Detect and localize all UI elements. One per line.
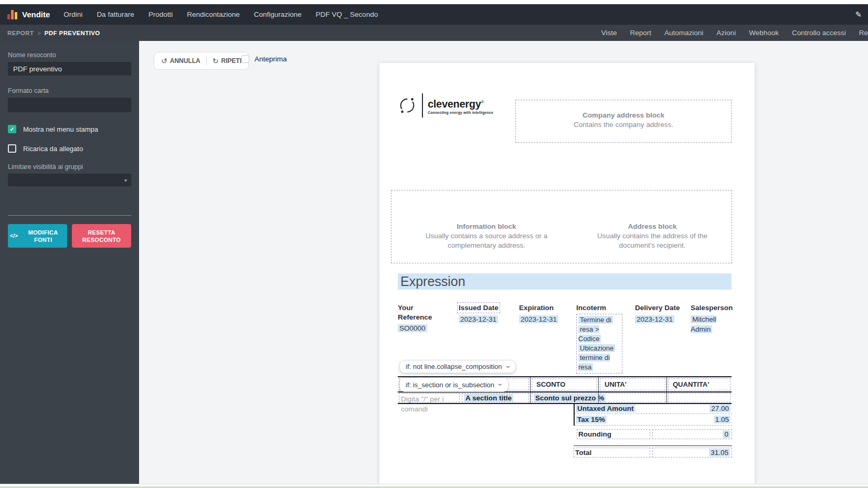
pencil-icon[interactable]: ✎ <box>855 10 862 19</box>
table-row: Digita "/" per i comandi A section title… <box>398 392 732 404</box>
cell-section-title[interactable]: A section title <box>461 392 530 403</box>
totals-table: Untaxed Amount 27.00 Tax 15% 1.05 Roundi… <box>574 403 732 459</box>
total-value: 1.05 <box>651 415 732 424</box>
cell-discount[interactable]: Sconto sul prezzo % <box>530 392 598 403</box>
incoterm-expression-box[interactable]: Termine di resa > Codice Ubicazione term… <box>576 314 622 374</box>
information-block[interactable]: Information block Usually contains a sou… <box>411 222 562 250</box>
incoterm-line: Ubicazione <box>578 344 620 353</box>
total-row-total[interactable]: Total 31.05 <box>574 445 732 459</box>
cell-quantity-empty[interactable] <box>666 392 732 403</box>
app-name[interactable]: Vendite <box>22 10 50 19</box>
preview-label: Anteprima <box>255 55 287 63</box>
paper-format-input[interactable] <box>8 98 131 112</box>
tab-azioni[interactable]: Azioni <box>716 29 736 37</box>
field-label: Incoterm <box>576 303 631 313</box>
field-value[interactable]: 2023-12-31 <box>635 314 690 324</box>
company-block-title: Company address block <box>516 111 731 120</box>
breadcrumb-root[interactable]: REPORT <box>7 30 34 36</box>
brand-tagline: Connecting energy with intelligence <box>428 111 493 114</box>
edit-sources-button[interactable]: </> MODIFICA FONTI <box>8 224 67 248</box>
show-in-print-menu-row: ✓ Mostra nel menu stampa <box>8 125 131 133</box>
tab-clipped[interactable]: Re <box>859 29 868 37</box>
company-logo[interactable]: clevenergy® Connecting energy with intel… <box>397 93 493 118</box>
reset-report-label: RESETTA RESOCONTO <box>74 229 129 243</box>
document-title-expression[interactable]: Expression <box>398 273 732 290</box>
chevron-down-icon: › <box>504 365 513 368</box>
info-address-block[interactable]: Information block Usually contains a sou… <box>391 190 732 263</box>
header-unita[interactable]: UNITA' <box>598 377 666 391</box>
show-in-print-menu-label: Mostra nel menu stampa <box>23 125 98 133</box>
sidebar-divider <box>8 215 131 216</box>
tab-report[interactable]: Report <box>630 29 652 37</box>
field-label: Expiration <box>519 303 574 313</box>
subnav: REPORT > PDF PREVENTIVO Viste Report Aut… <box>0 25 868 41</box>
nav-item-rendicontazione[interactable]: Rendicontazione <box>187 10 240 18</box>
code-icon: </> <box>10 232 18 240</box>
field-label: Issued Date <box>459 303 513 313</box>
report-editor-canvas: ↺ ANNULLA ↻ RIPETI Anteprima <box>139 41 868 484</box>
total-row-untaxed[interactable]: Untaxed Amount 27.00 <box>575 403 732 414</box>
chevron-down-icon: › <box>496 384 505 386</box>
total-label: Total <box>574 448 650 458</box>
toolbar-separator <box>206 57 207 65</box>
field-value[interactable]: 2023-12-31 <box>519 314 574 324</box>
cell-command-placeholder[interactable]: Digita "/" per i comandi <box>398 392 461 403</box>
studio-tabs: Viste Report Automazioni Azioni Webhook … <box>601 29 868 37</box>
undo-label: ANNULLA <box>170 57 200 65</box>
field-label: Delivery Date <box>635 303 690 313</box>
nav-item-ordini[interactable]: Ordini <box>63 10 82 18</box>
company-address-block[interactable]: Company address block Contains the compa… <box>515 100 732 143</box>
information-block-subtitle: Usually contains a source address or a c… <box>411 231 562 250</box>
field-label: Salesperson <box>691 303 732 313</box>
reset-report-button[interactable]: RESETTA RESOCONTO <box>72 224 131 248</box>
tab-webhook[interactable]: Webhook <box>749 29 779 37</box>
navbar: Vendite Ordini Da fatturare Prodotti Ren… <box>0 4 868 25</box>
field-value[interactable]: SO0000 <box>398 323 441 333</box>
report-name-input[interactable]: PDF preventivo <box>8 62 131 76</box>
nav-item-configurazione[interactable]: Configurazione <box>254 10 302 18</box>
app-logo-icon[interactable] <box>7 10 17 19</box>
redo-button[interactable]: ↻ RIPETI <box>213 57 241 65</box>
preview-checkbox[interactable] <box>241 55 249 63</box>
top-strip <box>0 0 868 4</box>
main-menu: Ordini Da fatturare Prodotti Rendicontaz… <box>63 10 378 18</box>
condition-label: if: not line.collapse_composition <box>406 363 502 370</box>
nav-item-pdf-vq-secondo[interactable]: PDF VQ _ Secondo <box>316 10 378 18</box>
tab-controllo-accessi[interactable]: Controllo accessi <box>792 29 846 37</box>
tab-automazioni[interactable]: Automazioni <box>664 29 703 37</box>
field-your-reference: Your Reference SO0000 <box>398 303 441 333</box>
field-incoterm: Incoterm Termine di resa > Codice Ubicaz… <box>576 303 631 374</box>
field-value[interactable]: Mitchell Admin <box>691 314 723 334</box>
report-settings-sidebar: Nome resoconto PDF preventivo Formato ca… <box>0 41 139 484</box>
nav-item-prodotti[interactable]: Prodotti <box>149 10 173 18</box>
reload-from-attachment-checkbox[interactable] <box>8 144 16 153</box>
studio-report-editor: Vendite Ordini Da fatturare Prodotti Ren… <box>0 0 868 488</box>
field-value[interactable]: 2023-12-31 <box>459 314 513 324</box>
show-in-print-menu-checkbox[interactable]: ✓ <box>8 125 16 133</box>
undo-redo-group: ↺ ANNULLA ↻ RIPETI <box>154 52 249 70</box>
header-quantita[interactable]: QUANTITA' <box>666 377 732 391</box>
clevenergy-logo-icon <box>397 96 417 115</box>
header-sconto[interactable]: SCONTO <box>530 377 598 391</box>
undo-icon: ↺ <box>161 57 167 65</box>
reload-from-attachment-label: Ricarica da allegato <box>23 145 83 153</box>
paper-format-label: Formato carta <box>8 87 131 94</box>
condition-dropdown-is-section[interactable]: if: is_section or is_subsection › <box>399 377 509 392</box>
field-delivery-date: Delivery Date 2023-12-31 <box>635 303 690 324</box>
registered-mark: ® <box>481 100 484 104</box>
condition-dropdown-collapse-composition[interactable]: if: not line.collapse_composition › <box>399 360 516 373</box>
groups-select[interactable]: ▾ <box>8 174 131 186</box>
tab-viste[interactable]: Viste <box>601 29 617 37</box>
incoterm-line: termine di resa <box>578 353 620 372</box>
report-document: clevenergy® Connecting energy with intel… <box>379 63 755 484</box>
total-row-rounding[interactable]: Rounding 0 <box>574 427 732 441</box>
address-block[interactable]: Address block Usually contains the addre… <box>581 222 723 250</box>
field-label: Your Reference <box>398 303 441 322</box>
total-row-tax[interactable]: Tax 15% 1.05 <box>575 414 732 426</box>
incoterm-line: resa > Codice <box>578 325 620 344</box>
address-block-title: Address block <box>581 222 723 231</box>
reload-from-attachment-row: Ricarica da allegato <box>8 144 131 153</box>
nav-item-da-fatturare[interactable]: Da fatturare <box>97 10 134 18</box>
undo-button[interactable]: ↺ ANNULLA <box>161 57 200 65</box>
cell-unit-empty[interactable] <box>598 392 666 403</box>
